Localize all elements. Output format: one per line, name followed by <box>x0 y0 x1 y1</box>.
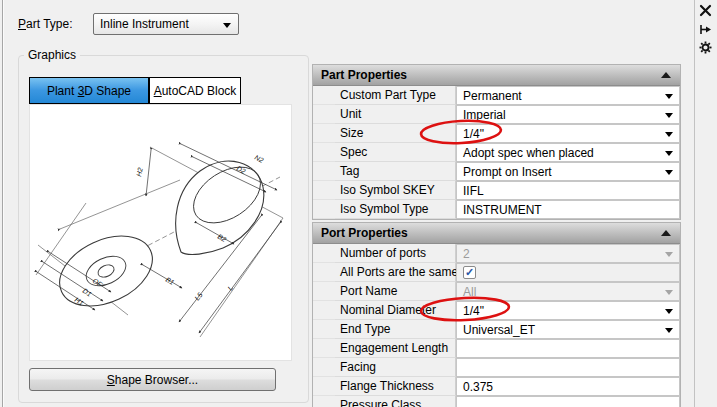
row-indent <box>313 143 335 162</box>
gear-icon[interactable] <box>699 41 712 54</box>
chevron-down-icon <box>665 151 673 156</box>
property-value-flange-thickness[interactable]: 0.375 <box>456 377 680 396</box>
property-value-all-ports-are-the-same[interactable]: ✓ <box>456 263 680 282</box>
property-value-pressure-class[interactable] <box>456 396 680 407</box>
property-label: Tag <box>335 162 456 181</box>
property-label: Flange Thickness <box>335 377 456 396</box>
dim-label: H2 <box>135 167 144 177</box>
value-text: 0.375 <box>463 380 493 394</box>
property-label: Custom Part Type <box>335 86 456 105</box>
chevron-down-icon <box>665 132 673 137</box>
property-row-unit: UnitImperial <box>313 105 680 124</box>
row-indent <box>313 263 335 282</box>
checkbox-checked-icon[interactable]: ✓ <box>463 266 476 279</box>
property-value-facing[interactable] <box>456 358 680 377</box>
row-indent <box>313 377 335 396</box>
property-row-engagement-length: Engagement Length <box>313 339 680 358</box>
property-value-tag[interactable]: Prompt on Insert <box>456 162 680 181</box>
property-row-all-ports-are-the-same: All Ports are the same✓ <box>313 263 680 282</box>
row-indent <box>313 86 335 105</box>
property-row-iso-symbol-skey: Iso Symbol SKEYIIFL <box>313 181 680 200</box>
row-indent <box>313 358 335 377</box>
chevron-down-icon <box>223 23 231 28</box>
collapse-arrow-icon[interactable] <box>661 72 671 78</box>
property-label: Unit <box>335 105 456 124</box>
value-text: 1/4" <box>463 304 484 318</box>
property-row-facing: Facing <box>313 358 680 377</box>
dim-label: N2 <box>254 154 265 164</box>
property-label: Facing <box>335 358 456 377</box>
palette-icon-strip <box>695 0 717 407</box>
property-row-tag: TagPrompt on Insert <box>313 162 680 181</box>
property-value-engagement-length[interactable] <box>456 339 680 358</box>
property-value-iso-symbol-skey[interactable]: IIFL <box>456 181 680 200</box>
part-type-label: Part Type: <box>18 17 73 31</box>
value-text: All <box>463 285 476 299</box>
property-row-flange-thickness: Flange Thickness0.375 <box>313 377 680 396</box>
value-text: Permanent <box>463 89 522 103</box>
property-value-iso-symbol-type[interactable]: INSTRUMENT <box>456 200 680 219</box>
value-text: Imperial <box>463 108 506 122</box>
property-value-port-name: All <box>456 282 680 301</box>
row-indent <box>313 200 335 219</box>
property-value-spec[interactable]: Adopt spec when placed <box>456 143 680 162</box>
part-type-value: Inline Instrument <box>100 17 189 31</box>
tab-autocad-block[interactable]: AutoCAD Block <box>149 77 241 104</box>
part-properties-header[interactable]: Part Properties <box>313 65 680 86</box>
property-label: Nominal Diameter <box>335 301 456 320</box>
part-type-select[interactable]: Inline Instrument <box>93 13 239 35</box>
property-label: Number of ports <box>335 244 456 263</box>
row-indent <box>313 124 335 143</box>
property-label: Spec <box>335 143 456 162</box>
property-row-custom-part-type: Custom Part TypePermanent <box>313 86 680 105</box>
auto-hide-icon[interactable] <box>699 23 712 36</box>
row-indent <box>313 320 335 339</box>
property-value-end-type[interactable]: Universal_ET <box>456 320 680 339</box>
value-text: IIFL <box>463 184 484 198</box>
palette-window: Part Type: Inline Instrument Graphics Pl… <box>0 0 717 407</box>
chevron-down-icon <box>665 290 673 295</box>
row-indent <box>313 162 335 181</box>
property-row-number-of-ports: Number of ports2 <box>313 244 680 263</box>
row-indent <box>313 339 335 358</box>
row-indent <box>313 396 335 407</box>
flange-shape <box>48 222 163 320</box>
property-label: Size <box>335 124 456 143</box>
property-row-size: Size1/4" <box>313 124 680 143</box>
dim-label: L <box>226 284 234 291</box>
port-properties-table: Port Properties Number of ports2All Port… <box>312 222 681 407</box>
dim-label: B1 <box>165 276 176 286</box>
property-value-size[interactable]: 1/4" <box>456 124 680 143</box>
value-text: Adopt spec when placed <box>463 146 594 160</box>
property-value-custom-part-type[interactable]: Permanent <box>456 86 680 105</box>
property-label: End Type <box>335 320 456 339</box>
value-text: 1/4" <box>463 127 484 141</box>
tab-plant-3d-shape[interactable]: Plant 3D Shape <box>29 77 149 104</box>
row-indent <box>313 105 335 124</box>
property-row-nominal-diameter: Nominal Diameter1/4" <box>313 301 680 320</box>
value-text: Universal_ET <box>463 323 535 337</box>
property-value-nominal-diameter[interactable]: 1/4" <box>456 301 680 320</box>
property-row-end-type: End TypeUniversal_ET <box>313 320 680 339</box>
row-indent <box>313 244 335 263</box>
graphics-group-label: Graphics <box>24 48 80 62</box>
property-value-number-of-ports: 2 <box>456 244 680 263</box>
chevron-down-icon <box>665 309 673 314</box>
chevron-down-icon <box>665 113 673 118</box>
close-icon[interactable] <box>699 4 712 17</box>
row-indent <box>313 181 335 200</box>
value-text: INSTRUMENT <box>463 203 542 217</box>
property-row-pressure-class: Pressure Class <box>313 396 680 407</box>
port-properties-header[interactable]: Port Properties <box>313 223 680 244</box>
chevron-down-icon <box>665 252 673 257</box>
property-label: Iso Symbol Type <box>335 200 456 219</box>
chevron-down-icon <box>665 94 673 99</box>
property-label: Iso Symbol SKEY <box>335 181 456 200</box>
chevron-down-icon <box>665 170 673 175</box>
collapse-arrow-icon[interactable] <box>661 230 671 236</box>
panel-left-border-highlight <box>3 0 4 407</box>
shape-browser-button[interactable]: Shape Browser... <box>29 368 276 391</box>
property-row-spec: SpecAdopt spec when placed <box>313 143 680 162</box>
property-value-unit[interactable]: Imperial <box>456 105 680 124</box>
part-drawing: H2 N2 D2 B2 B1 L5 L OF D1 H1 <box>30 105 291 360</box>
